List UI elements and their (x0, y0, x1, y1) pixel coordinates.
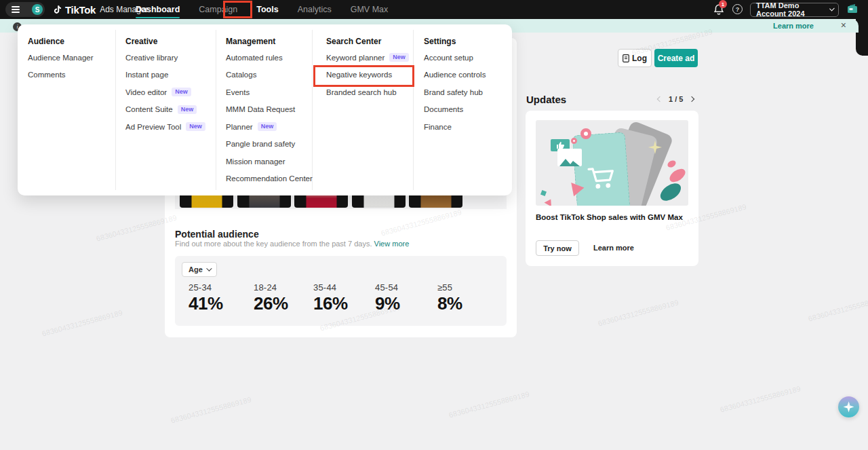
sparkle-icon (648, 140, 662, 157)
potential-audience-title: Potential audience (175, 229, 259, 240)
age-stat: 35-44 16% (313, 282, 348, 314)
menu-item-documents[interactable]: Documents (424, 101, 486, 119)
view-more-link[interactable]: View more (374, 240, 410, 248)
illustration-confetti-triangle (545, 198, 555, 206)
try-now-button[interactable]: Try now (536, 240, 579, 256)
brand-logo: TikTok Ads Manager (53, 0, 149, 19)
menu-item-finance[interactable]: Finance (424, 118, 486, 136)
menu-item-content-suite[interactable]: Content SuiteNew (125, 101, 205, 119)
document-icon (623, 54, 629, 62)
new-badge: New (172, 88, 191, 96)
illustration-bubble-large (580, 128, 591, 139)
shopping-cart-icon (586, 164, 618, 193)
account-selector[interactable]: TTAM Demo Account 2024 (750, 3, 839, 17)
age-stat: 25-34 41% (189, 282, 223, 314)
watermark-text: 68360433125558869189 (170, 395, 252, 424)
menu-item-events[interactable]: Events (226, 83, 313, 101)
menu-item-audience-controls[interactable]: Audience controls (424, 67, 486, 84)
gmv-max-illustration (536, 120, 688, 206)
menu-section-creative: Creative Creative library Instant page V… (125, 34, 205, 136)
menu-item-account-setup[interactable]: Account setup (424, 49, 486, 67)
brand-name: TikTok (65, 4, 96, 16)
menu-section-audience: Audience Audience Manager Comments (28, 34, 94, 83)
menu-section-search-center: Search Center Keyword plannerNew Negativ… (326, 34, 409, 101)
notifications-badge: 1 (719, 0, 727, 8)
menu-item-mmm-data-request[interactable]: MMM Data Request (226, 101, 313, 119)
new-badge: New (178, 105, 197, 114)
chevron-right-icon[interactable] (689, 96, 694, 102)
menu-item-instant-page[interactable]: Instant page (125, 67, 205, 84)
menu-item-automated-rules[interactable]: Automated rules (226, 49, 313, 67)
log-button[interactable]: Log (618, 49, 652, 67)
menu-item-audience-manager[interactable]: Audience Manager (28, 49, 94, 67)
watermark-text: 68360433125558869189 (597, 298, 679, 327)
menu-item-video-editor[interactable]: Video editorNew (125, 83, 205, 101)
watermark-text: 68360433125558869189 (41, 308, 123, 337)
assistant-fab-button[interactable] (838, 396, 859, 417)
tiktok-note-icon (53, 4, 62, 15)
menu-divider (115, 30, 116, 190)
menu-section-management: Management Automated rules Catalogs Even… (226, 34, 313, 187)
menu-section-title: Audience (28, 34, 94, 49)
nav-campaign[interactable]: Campaign (199, 0, 237, 19)
menu-item-planner[interactable]: PlannerNew (226, 118, 313, 136)
card-learn-more-button[interactable]: Learn more (593, 244, 634, 252)
create-ad-button[interactable]: Create ad (654, 49, 698, 67)
chevron-down-icon (206, 265, 212, 271)
menu-item-recommendation-center[interactable]: Recommendation Center (226, 170, 313, 188)
banner-learn-more-link[interactable]: Learn more (773, 22, 814, 30)
new-badge: New (389, 53, 409, 62)
watermark-text: 68360433125558869189 (448, 390, 530, 419)
illustration-petal-teal (657, 180, 684, 204)
menu-item-keyword-planner[interactable]: Keyword plannerNew (326, 49, 409, 67)
menu-item-pangle-brand-safety[interactable]: Pangle brand safety (226, 136, 313, 153)
menu-item-branded-search-hub[interactable]: Branded search hub (326, 83, 409, 101)
account-selector-value: TTAM Demo Account 2024 (756, 1, 829, 18)
illustration-phone-front (572, 132, 631, 206)
age-filter-dropdown[interactable]: Age (182, 262, 217, 277)
menu-item-mission-manager[interactable]: Mission manager (226, 153, 313, 170)
top-navbar: S TikTok Ads Manager Dashboard Campaign … (0, 0, 868, 19)
illustration-confetti (540, 190, 547, 196)
updates-headline: Boost TikTok Shop sales with GMV Max (536, 213, 692, 221)
illustration-image-card (557, 149, 582, 166)
new-badge: New (186, 122, 205, 131)
menu-divider (413, 30, 414, 190)
chevron-left-icon[interactable] (657, 96, 663, 102)
workspace-avatar[interactable]: S (32, 4, 43, 15)
nav-gmv-max[interactable]: GMV Max (351, 0, 389, 19)
sparkle-star-icon (842, 400, 855, 413)
menu-item-ad-preview-tool[interactable]: Ad Preview ToolNew (125, 118, 205, 136)
hamburger-menu-icon[interactable] (12, 5, 20, 14)
watermark-text: 68360433125558869189 (808, 293, 868, 322)
nav-analytics[interactable]: Analytics (298, 0, 332, 19)
age-stat: ≥55 8% (437, 282, 462, 314)
menu-item-negative-keywords[interactable]: Negative keywords (326, 67, 409, 84)
updates-pagination: 1 / 5 (658, 95, 694, 103)
watermark-text: 68360433125558869189 (719, 384, 802, 413)
menu-item-brand-safety-hub[interactable]: Brand safety hub (424, 83, 486, 101)
menu-section-title: Management (226, 34, 313, 49)
menu-item-comments[interactable]: Comments (28, 67, 94, 84)
potential-audience-subtitle: Find out more about the key audience fro… (175, 240, 409, 248)
business-center-icon[interactable] (846, 3, 859, 14)
banner-close-icon[interactable]: × (841, 20, 846, 31)
menu-divider (216, 30, 216, 190)
illustration-bubble-small (571, 138, 577, 144)
mountains-icon (559, 157, 580, 166)
updates-page-indicator: 1 / 5 (669, 95, 683, 103)
menu-section-title: Settings (424, 34, 486, 49)
updates-title: Updates (526, 94, 566, 105)
menu-item-creative-library[interactable]: Creative library (125, 49, 205, 67)
help-icon[interactable]: ? (732, 4, 743, 14)
age-stat: 45-54 9% (375, 282, 400, 314)
nav-dashboard[interactable]: Dashboard (136, 0, 180, 19)
menu-item-catalogs[interactable]: Catalogs (226, 67, 313, 84)
nav-tools[interactable]: Tools (256, 0, 278, 19)
menu-section-title: Creative (125, 34, 205, 49)
chevron-down-icon (829, 6, 835, 12)
menu-section-title: Search Center (326, 34, 409, 49)
age-stat: 18-24 26% (254, 282, 288, 314)
new-badge: New (258, 122, 277, 131)
workspace-pill[interactable]: S (5, 2, 45, 17)
